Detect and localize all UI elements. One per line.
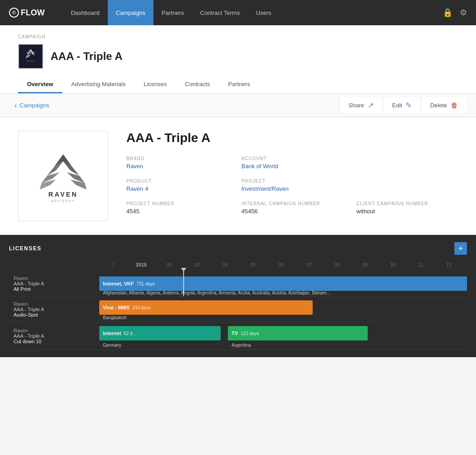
licenses-title: LICENSES	[9, 245, 42, 252]
gear-icon[interactable]: ⚙	[460, 8, 467, 18]
timeline-col-10: 10	[379, 262, 407, 267]
tab-partners[interactable]: Partners	[219, 76, 259, 93]
project-field: PROJECT Investment/Raven	[241, 179, 343, 192]
timeline-col-2016: 2016	[463, 262, 467, 267]
back-label: Campaigns	[19, 102, 49, 109]
timeline-col-11: 11	[407, 262, 435, 267]
row-brand-3: Raven	[14, 328, 95, 333]
nav-users[interactable]: Users	[248, 0, 279, 25]
tab-advertising-materials[interactable]: Advertising Materials	[62, 76, 135, 93]
bar-internet-germany[interactable]: Internet 62 d...	[99, 326, 221, 340]
tab-licenses[interactable]: Licenses	[134, 76, 176, 93]
row-campaign-1: AAA - Triple A	[14, 281, 95, 286]
client-campaign-field: CLIENT CAMPAIGN NUMBER without	[356, 201, 458, 215]
row-label-1: Raven AAA - Triple A All Print	[9, 271, 99, 296]
app-name: FLOW	[21, 8, 45, 18]
nav-contract-terms[interactable]: Contract Terms	[192, 0, 248, 25]
nav-partners[interactable]: Partners	[153, 0, 192, 25]
account-field: ACCOUNT Bank of World	[241, 156, 343, 170]
row-bars-1: Internet, VKF 731 days Afghanistan, Alba…	[99, 271, 467, 296]
timeline-container: 2 2015 02 03 04 05 06 07 08 09 10 11 12 …	[9, 262, 467, 350]
edit-label: Edit	[392, 102, 402, 109]
account-label: ACCOUNT	[241, 156, 343, 161]
brand-image: RAVEN ADVISORY	[18, 131, 108, 221]
tabs: Overview Advertising Materials Licenses …	[18, 76, 458, 93]
client-campaign-label: CLIENT CAMPAIGN NUMBER	[356, 201, 458, 206]
nav-dashboard[interactable]: Dashboard	[63, 0, 108, 25]
internal-campaign-value: 45456	[241, 208, 343, 215]
main-content: RAVEN ADVISORY AAA - Triple A BRAND Rave…	[0, 117, 476, 235]
project-label: PROJECT	[241, 179, 343, 184]
campaign-logo-thumbnail: RAVEN ADVISORY	[18, 44, 43, 69]
row-item-2: Audio-Spot	[14, 312, 95, 317]
tab-contracts[interactable]: Contracts	[176, 76, 219, 93]
brand-value: Raven	[126, 163, 228, 170]
back-arrow-icon: ‹	[14, 101, 17, 110]
row-label-3: Raven AAA - Triple A Cut down 10	[9, 322, 99, 349]
share-label: Share	[348, 102, 364, 109]
bar-days-internet-vkf: 731 days	[136, 281, 155, 286]
logo-circle: ©	[9, 8, 19, 18]
content-layout: RAVEN ADVISORY AAA - Triple A BRAND Rave…	[18, 131, 458, 221]
licenses-section: LICENSES + 2 2015 02 03 04 05 06 07 08 0…	[0, 235, 476, 357]
campaign-title-row: RAVEN ADVISORY AAA - Triple A	[18, 44, 458, 69]
product-field: PRODUCT Raven 4	[126, 179, 228, 192]
timeline-row-3: Raven AAA - Triple A Cut down 10 Interne…	[9, 322, 467, 350]
add-license-button[interactable]: +	[454, 242, 467, 255]
licenses-header: LICENSES +	[9, 242, 467, 255]
row-label-2: Raven AAA - Triple A Audio-Spot	[9, 297, 99, 322]
timeline-col-07: 07	[295, 262, 323, 267]
brand-field: BRAND Raven	[126, 156, 228, 170]
share-icon: ↗	[368, 101, 374, 110]
row-bars-2: Viral - MMS 243 days Bangladesh	[99, 297, 467, 322]
back-to-campaigns-button[interactable]: ‹ Campaigns	[9, 98, 55, 113]
edit-button[interactable]: Edit ✎	[383, 97, 421, 113]
project-number-field: PROJECT NUMBER 4545	[126, 201, 228, 215]
nav-campaigns[interactable]: Campaigns	[108, 0, 154, 25]
svg-text:RAVEN: RAVEN	[48, 191, 78, 198]
internal-campaign-field: INTERNAL CAMPAIGN NUMBER 45456	[241, 201, 343, 215]
delete-label: Delete	[430, 102, 447, 109]
campaign-header: CAMPAIGN RAVEN ADVISORY AAA - Triple A O…	[0, 25, 476, 94]
campaign-section-label: CAMPAIGN	[18, 34, 458, 39]
bar-days-tv: 122 days	[240, 331, 259, 336]
navbar: © FLOW Dashboard Campaigns Partners Cont…	[0, 0, 476, 25]
row-item-1: All Print	[14, 286, 95, 292]
row-campaign-2: AAA - Triple A	[14, 307, 95, 312]
brand-label: BRAND	[126, 156, 228, 161]
timeline-col-03: 03	[183, 262, 211, 267]
detail-grid: BRAND Raven ACCOUNT Bank of World PRODUC…	[126, 156, 458, 215]
bar-label-internet: Internet	[103, 331, 121, 336]
bar-internet-vkf[interactable]: Internet, VKF 731 days	[99, 276, 467, 291]
nav-right: 🔒 ⚙	[443, 8, 467, 18]
svg-text:ADVISORY: ADVISORY	[27, 60, 35, 62]
project-value: Investment/Raven	[241, 185, 343, 192]
spacer-field2	[356, 179, 458, 192]
bar-viral-mms[interactable]: Viral - MMS 243 days	[99, 300, 313, 315]
bar-tv-argentina[interactable]: TV 122 days	[228, 326, 368, 340]
share-button[interactable]: Share ↗	[339, 97, 383, 113]
product-value: Raven 4	[126, 185, 228, 192]
nav-links: Dashboard Campaigns Partners Contract Te…	[63, 0, 443, 25]
timeline-col-02: 02	[155, 262, 183, 267]
app-logo: © FLOW	[9, 8, 45, 18]
timeline-col-12: 12	[435, 262, 463, 267]
timeline-col-09: 09	[351, 262, 379, 267]
toolbar: ‹ Campaigns Share ↗ Edit ✎ Delete 🗑	[0, 94, 476, 117]
time-indicator-arrow	[181, 268, 186, 271]
lock-icon[interactable]: 🔒	[443, 8, 453, 18]
timeline-col-06: 06	[267, 262, 295, 267]
bar-label-internet-vkf: Internet, VKF	[103, 281, 134, 286]
delete-button[interactable]: Delete 🗑	[421, 97, 467, 113]
row-bars-3: Internet 62 d... Germany TV 122 days Arg…	[99, 322, 467, 349]
edit-pencil-icon: ✎	[406, 101, 411, 110]
project-number-label: PROJECT NUMBER	[126, 201, 228, 206]
timeline-row-2: Raven AAA - Triple A Audio-Spot Viral - …	[9, 297, 467, 322]
timeline-row-1: Raven AAA - Triple A All Print Internet,…	[9, 271, 467, 297]
bar-days-viral-mms: 243 days	[132, 305, 151, 310]
svg-text:ADVISORY: ADVISORY	[51, 199, 75, 202]
trash-icon: 🗑	[451, 101, 458, 110]
timeline-col-2015: 2015	[127, 262, 155, 267]
timeline-col-05: 05	[239, 262, 267, 267]
tab-overview[interactable]: Overview	[18, 76, 62, 93]
